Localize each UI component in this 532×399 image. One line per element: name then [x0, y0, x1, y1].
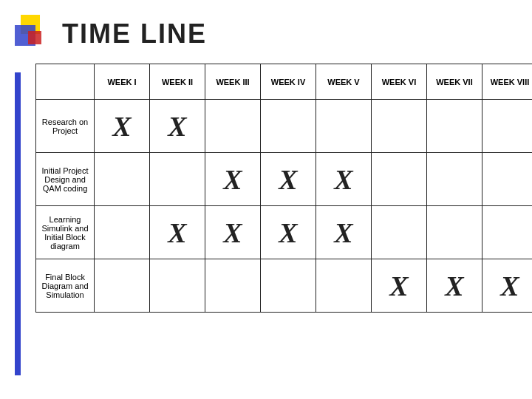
- logo: [15, 15, 53, 53]
- cell-week-1: [95, 153, 150, 206]
- x-mark: X: [389, 270, 408, 301]
- col-header-week1: WEEK I: [95, 64, 150, 100]
- x-mark: X: [223, 217, 242, 248]
- x-mark: X: [112, 111, 131, 142]
- col-header-week2: WEEK II: [150, 64, 205, 100]
- x-mark: X: [334, 164, 352, 195]
- page-title: TIME LINE: [62, 18, 207, 50]
- cell-week-3: X: [205, 206, 261, 259]
- cell-week-1: [95, 206, 150, 259]
- x-mark: X: [279, 217, 297, 248]
- row-label: Learning Simulink and Initial Block diag…: [36, 206, 95, 259]
- x-mark: X: [500, 270, 519, 301]
- logo-red-square: [28, 31, 41, 44]
- cell-week-8: [482, 100, 532, 153]
- cell-week-5: [316, 259, 371, 313]
- page: TIME LINE WEEK I WEEK II WEEK III WEEK I…: [0, 0, 532, 399]
- cell-week-5: [316, 100, 371, 153]
- cell-week-6: X: [371, 259, 426, 313]
- col-header-week8: WEEK VIII: [482, 64, 532, 100]
- cell-week-2: X: [150, 206, 205, 259]
- col-header-week3: WEEK III: [205, 64, 261, 100]
- x-mark: X: [279, 164, 297, 195]
- cell-week-2: [150, 153, 205, 206]
- cell-week-8: [482, 153, 532, 206]
- cell-week-4: X: [261, 153, 316, 206]
- cell-week-6: [371, 153, 426, 206]
- cell-week-2: X: [150, 100, 205, 153]
- cell-week-3: [205, 100, 261, 153]
- cell-week-6: [371, 206, 426, 259]
- col-header-week4: WEEK IV: [261, 64, 316, 100]
- cell-week-3: [205, 259, 261, 313]
- row-label: Initial Project Design and QAM coding: [36, 153, 95, 206]
- cell-week-4: [261, 259, 316, 313]
- header: TIME LINE: [15, 15, 517, 53]
- col-header-label: [36, 64, 95, 100]
- cell-week-4: [261, 100, 316, 153]
- row-label: Research on Project: [36, 100, 95, 153]
- x-mark: X: [168, 217, 186, 248]
- x-mark: X: [334, 217, 352, 248]
- cell-week-2: [150, 259, 205, 313]
- cell-week-8: X: [482, 259, 532, 313]
- cell-week-4: X: [261, 206, 316, 259]
- row-label: Final Block Diagram and Simulation: [36, 259, 95, 313]
- cell-week-7: [426, 206, 482, 259]
- cell-week-6: [371, 100, 426, 153]
- cell-week-5: X: [316, 153, 371, 206]
- col-header-week7: WEEK VII: [426, 64, 482, 100]
- cell-week-1: [95, 259, 150, 313]
- x-mark: X: [168, 111, 186, 142]
- cell-week-5: X: [316, 206, 371, 259]
- col-header-week5: WEEK V: [316, 64, 371, 100]
- cell-week-3: X: [205, 153, 261, 206]
- table-row: Final Block Diagram and SimulationXXX: [36, 259, 533, 313]
- x-mark: X: [223, 164, 242, 195]
- col-header-week6: WEEK VI: [371, 64, 426, 100]
- timeline-table: WEEK I WEEK II WEEK III WEEK IV WEEK V W…: [35, 64, 532, 313]
- table-row: Research on ProjectXX: [36, 100, 533, 153]
- cell-week-1: X: [95, 100, 150, 153]
- cell-week-7: [426, 100, 482, 153]
- cell-week-7: [426, 153, 482, 206]
- x-mark: X: [445, 270, 463, 301]
- cell-week-7: X: [426, 259, 482, 313]
- table-row: Learning Simulink and Initial Block diag…: [36, 206, 533, 259]
- accent-bar: [15, 72, 21, 375]
- header-row: WEEK I WEEK II WEEK III WEEK IV WEEK V W…: [36, 64, 533, 100]
- table-row: Initial Project Design and QAM codingXXX: [36, 153, 533, 206]
- cell-week-8: [482, 206, 532, 259]
